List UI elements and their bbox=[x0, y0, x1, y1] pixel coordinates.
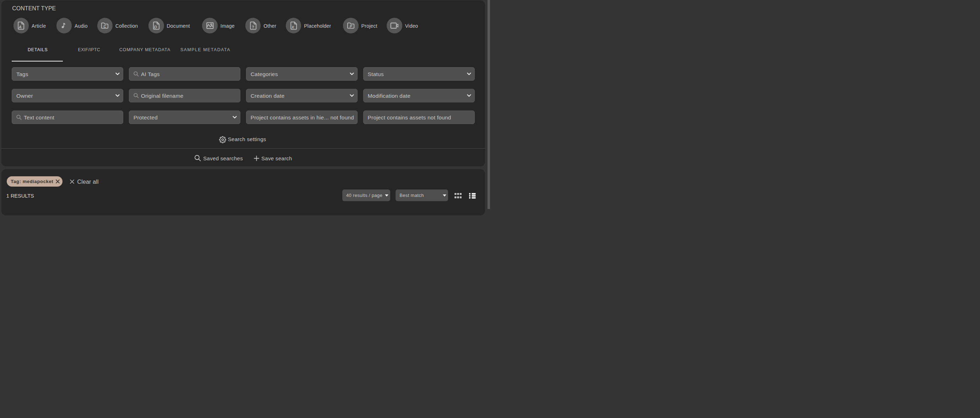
svg-text:P: P bbox=[349, 24, 352, 28]
svg-text:D: D bbox=[154, 25, 157, 29]
svg-text:C: C bbox=[104, 24, 107, 28]
svg-text:x: x bbox=[291, 24, 294, 29]
svg-text:A: A bbox=[19, 25, 22, 29]
svg-text:?: ? bbox=[251, 25, 254, 29]
